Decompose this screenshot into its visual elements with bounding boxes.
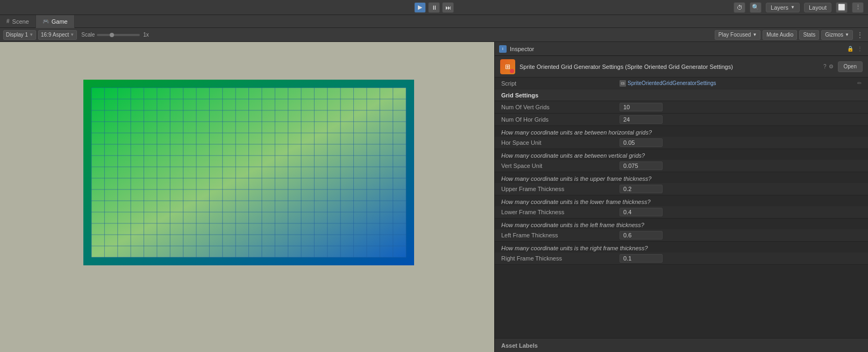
- more-options-btn[interactable]: ⋮: [855, 30, 865, 40]
- script-file-icon: cs: [620, 80, 626, 87]
- hor-grids-row: Num Of Hor Grids 24: [495, 114, 868, 125]
- play-focused-btn[interactable]: Play Focused ▼: [715, 30, 761, 40]
- component-settings-icon[interactable]: ⚙: [829, 64, 834, 69]
- grid-settings-header: Grid Settings: [495, 89, 868, 101]
- upper-frame-row: Upper Frame Thickness 0.2: [495, 183, 868, 195]
- component-title: Sprite Oriented Grid Generator Settings …: [520, 64, 819, 70]
- pause-button[interactable]: ⏸: [428, 2, 440, 13]
- vert-grids-label: Num Of Vert Grids: [501, 104, 620, 110]
- lower-frame-value[interactable]: 0.4: [620, 208, 663, 216]
- aspect-select[interactable]: 16:9 Aspect ▼: [38, 30, 77, 40]
- inspector-tab-label: Inspector: [510, 46, 534, 52]
- inspector-more-icon[interactable]: ⋮: [856, 45, 864, 53]
- display-arrow-icon: ▼: [29, 32, 33, 37]
- search-button[interactable]: 🔍: [750, 2, 762, 13]
- right-frame-row: Right Frame Thickness 0.1: [495, 252, 868, 264]
- mute-audio-label: Mute Audio: [766, 32, 793, 38]
- script-edit-icon[interactable]: ✏: [857, 80, 862, 86]
- right-frame-value[interactable]: 0.1: [620, 254, 663, 263]
- display-label: Display 1: [6, 32, 28, 38]
- layout-label: Layout: [809, 4, 827, 11]
- play-focused-arrow-icon: ▼: [752, 32, 757, 37]
- component-help-icon[interactable]: ?: [823, 64, 827, 69]
- vert-grids-row: Num Of Vert Grids 10: [495, 101, 868, 113]
- menu-button[interactable]: ⋮: [852, 2, 864, 13]
- inspector-content: Script cs SpriteOrientedGridGeneratorSet…: [495, 78, 868, 338]
- script-filename: SpriteOrientedGridGeneratorSettings: [628, 80, 716, 86]
- game-tab-icon: 🎮: [42, 18, 49, 24]
- game-tab-label: Game: [52, 18, 68, 25]
- layers-label: Layers: [771, 4, 788, 11]
- scene-tab-icon: #: [6, 18, 10, 24]
- inspector-tab-icon: i: [499, 45, 507, 53]
- top-toolbar: ▶ ⏸ ⏭ ⏱ 🔍 Layers ▼ Layout ⬜ ⋮: [0, 0, 868, 15]
- open-button-label: Open: [844, 64, 857, 69]
- component-icon: ⊞: [500, 59, 515, 74]
- game-tab[interactable]: 🎮 Game: [36, 15, 75, 28]
- inspector-header-icons: 🔒 ⋮: [846, 45, 864, 53]
- gizmos-arrow-icon: ▼: [845, 32, 849, 37]
- asset-labels-label: Asset Labels: [501, 342, 538, 349]
- inspector-header: i Inspector 🔒 ⋮: [495, 42, 868, 56]
- tab-bar: # Scene 🎮 Game: [0, 15, 868, 28]
- left-frame-group: How many coordinate units is the left fr…: [495, 219, 868, 242]
- display-select[interactable]: Display 1 ▼: [3, 30, 36, 40]
- scene-tab[interactable]: # Scene: [0, 15, 36, 28]
- vert-space-question: How many coordinate units are between ve…: [495, 149, 868, 160]
- vert-space-row: Vert Space Unit 0.075: [495, 160, 868, 172]
- grid-canvas: [83, 80, 414, 265]
- lower-frame-row: Lower Frame Thickness 0.4: [495, 206, 868, 218]
- scale-slider[interactable]: [97, 34, 140, 36]
- scale-label: Scale: [81, 32, 95, 38]
- scene-tab-label: Scene: [12, 18, 29, 25]
- vert-grids-value[interactable]: 10: [620, 103, 663, 111]
- aspect-arrow-icon: ▼: [70, 32, 74, 37]
- step-button[interactable]: ⏭: [442, 2, 454, 13]
- right-frame-label: Right Frame Thickness: [501, 255, 620, 262]
- lower-frame-label: Lower Frame Thickness: [501, 209, 620, 215]
- maximize-button[interactable]: ⬜: [836, 2, 848, 13]
- upper-frame-group: How many coordinate units is the upper f…: [495, 172, 868, 195]
- gizmos-btn[interactable]: Gizmos ▼: [821, 30, 853, 40]
- right-frame-question: How many coordinate units is the right f…: [495, 242, 868, 252]
- hor-space-question: How many coordinate units are between ho…: [495, 126, 868, 137]
- game-toolbar: Display 1 ▼ 16:9 Aspect ▼ Scale 1x Play …: [0, 28, 868, 42]
- open-button[interactable]: Open: [838, 61, 863, 72]
- component-header-icons: ? ⚙: [823, 64, 834, 69]
- lower-frame-question: How many coordinate units is the lower f…: [495, 195, 868, 206]
- aspect-label: 16:9 Aspect: [41, 32, 69, 38]
- lock-icon[interactable]: 🔒: [846, 45, 854, 53]
- grid-settings-label: Grid Settings: [501, 92, 538, 98]
- hor-space-label: Hor Space Unit: [501, 139, 620, 146]
- upper-frame-question: How many coordinate units is the upper f…: [495, 172, 868, 183]
- vert-space-value[interactable]: 0.075: [620, 161, 663, 170]
- component-icon-symbol: ⊞: [505, 63, 510, 71]
- inspector-panel: i Inspector 🔒 ⋮ ⊞ Sprite Oriented Grid G…: [494, 42, 868, 352]
- hor-space-group: How many coordinate units are between ho…: [495, 126, 868, 149]
- layout-dropdown[interactable]: Layout: [804, 3, 831, 12]
- mute-audio-btn[interactable]: Mute Audio: [763, 30, 797, 40]
- left-frame-value[interactable]: 0.6: [620, 231, 663, 240]
- play-button[interactable]: ▶: [414, 2, 426, 13]
- vert-space-label: Vert Space Unit: [501, 163, 620, 169]
- stats-label: Stats: [803, 32, 815, 38]
- script-row: Script cs SpriteOrientedGridGeneratorSet…: [495, 78, 868, 89]
- hor-grids-value[interactable]: 24: [620, 115, 663, 124]
- gizmos-label: Gizmos: [825, 32, 843, 38]
- play-focused-label: Play Focused: [718, 32, 751, 38]
- component-header: ⊞ Sprite Oriented Grid Generator Setting…: [495, 56, 868, 78]
- main-content: i Inspector 🔒 ⋮ ⊞ Sprite Oriented Grid G…: [0, 42, 868, 352]
- upper-frame-value[interactable]: 0.2: [620, 185, 663, 193]
- stats-btn[interactable]: Stats: [799, 30, 819, 40]
- right-frame-group: How many coordinate units is the right f…: [495, 242, 868, 265]
- history-button[interactable]: ⏱: [734, 2, 745, 13]
- hor-grids-label: Num Of Hor Grids: [501, 116, 620, 123]
- hor-space-value[interactable]: 0.05: [620, 138, 663, 147]
- scale-value: 1x: [143, 32, 149, 38]
- script-value: cs SpriteOrientedGridGeneratorSettings: [620, 80, 716, 87]
- layers-arrow-icon: ▼: [791, 5, 795, 10]
- upper-frame-label: Upper Frame Thickness: [501, 186, 620, 192]
- layers-dropdown[interactable]: Layers ▼: [766, 3, 800, 12]
- vert-space-group: How many coordinate units are between ve…: [495, 149, 868, 172]
- script-label: Script: [501, 80, 620, 87]
